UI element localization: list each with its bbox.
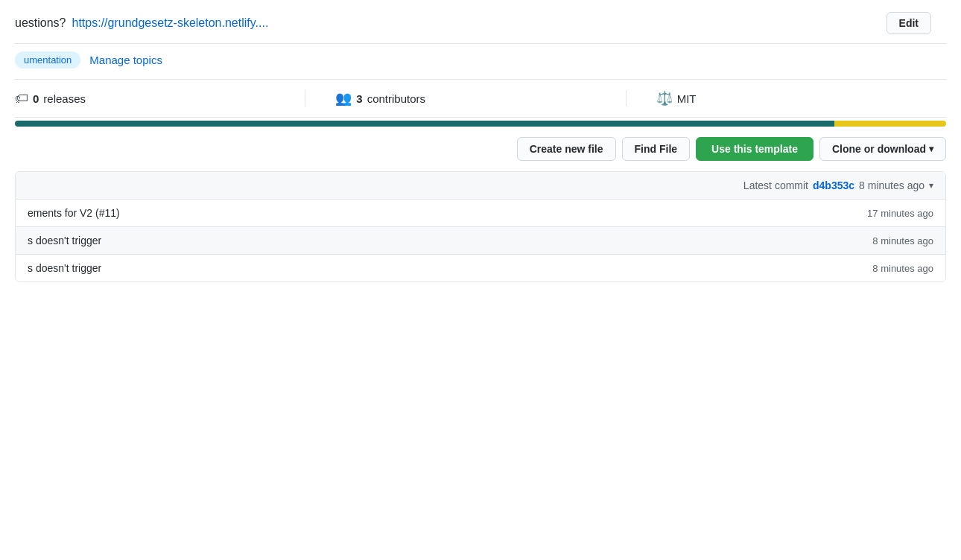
- file-time: 8 minutes ago: [872, 235, 933, 246]
- chevron-down-icon: ▾: [929, 144, 933, 154]
- license-stat[interactable]: ⚖️ MIT: [626, 90, 946, 106]
- language-teal: [15, 121, 834, 127]
- file-message: s doesn't trigger: [28, 235, 101, 246]
- latest-commit-prefix: Latest commit: [743, 179, 808, 191]
- find-file-button[interactable]: Find File: [622, 137, 691, 161]
- releases-count: 0: [33, 92, 39, 105]
- create-new-file-button[interactable]: Create new file: [517, 137, 616, 161]
- use-template-button[interactable]: Use this template: [696, 137, 813, 161]
- latest-commit-info: Latest commit d4b353c 8 minutes ago ▾: [743, 179, 933, 191]
- file-time: 17 minutes ago: [867, 208, 933, 219]
- file-message: s doesn't trigger: [28, 262, 101, 274]
- edit-button[interactable]: Edit: [887, 12, 931, 34]
- questions-text: uestions?: [15, 16, 66, 30]
- file-row: s doesn't trigger 8 minutes ago: [16, 227, 945, 255]
- contributors-stat[interactable]: 👥 3 contributors: [305, 90, 625, 106]
- contributors-count: 3: [356, 92, 362, 105]
- clone-or-download-button[interactable]: Clone or download ▾: [819, 137, 946, 161]
- releases-stat[interactable]: 🏷 0 releases: [15, 91, 305, 106]
- actions-row: Create new file Find File Use this templ…: [15, 127, 946, 171]
- file-table-header: Latest commit d4b353c 8 minutes ago ▾: [16, 172, 945, 200]
- license-icon: ⚖️: [656, 90, 673, 106]
- file-time: 8 minutes ago: [872, 263, 933, 274]
- topics-row: umentation Manage topics: [15, 44, 946, 79]
- file-message: ements for V2 (#11): [28, 207, 120, 219]
- license-label: MIT: [677, 92, 697, 105]
- header-row: uestions? https://grundgesetz-skeleton.n…: [15, 0, 946, 44]
- contributors-label: contributors: [367, 92, 425, 105]
- documentation-tag[interactable]: umentation: [15, 51, 80, 69]
- website-url-link[interactable]: https://grundgesetz-skeleton.netlify....: [72, 16, 887, 30]
- manage-topics-link[interactable]: Manage topics: [89, 54, 162, 66]
- commit-time: 8 minutes ago: [859, 179, 924, 191]
- releases-label: releases: [43, 92, 86, 105]
- commit-hash-link[interactable]: d4b353c: [813, 179, 854, 191]
- contributors-icon: 👥: [335, 90, 352, 106]
- file-table: Latest commit d4b353c 8 minutes ago ▾ em…: [15, 171, 946, 282]
- tag-icon: 🏷: [15, 91, 28, 106]
- stats-row: 🏷 0 releases 👥 3 contributors ⚖️ MIT: [15, 79, 946, 118]
- file-row: s doesn't trigger 8 minutes ago: [16, 255, 945, 281]
- file-row: ements for V2 (#11) 17 minutes ago: [16, 200, 945, 227]
- language-bar: [15, 121, 946, 127]
- clone-label-text: Clone or download: [832, 143, 926, 155]
- expand-icon[interactable]: ▾: [929, 180, 933, 191]
- language-yellow: [834, 121, 946, 127]
